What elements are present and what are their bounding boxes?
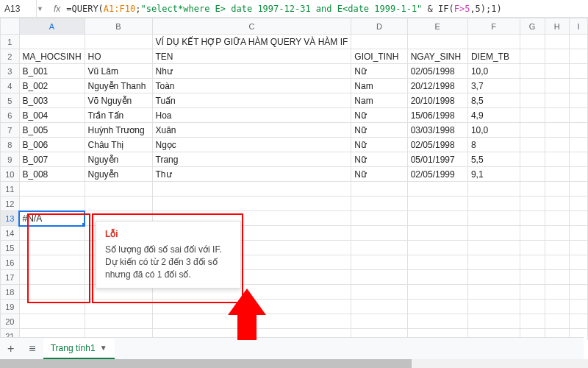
cell[interactable] — [351, 285, 407, 300]
row-header[interactable]: 18 — [1, 285, 20, 300]
cell[interactable]: Thư — [152, 167, 351, 182]
cell[interactable] — [85, 197, 152, 211]
select-all-corner[interactable] — [1, 18, 20, 35]
cell[interactable] — [545, 79, 570, 93]
all-sheets-button[interactable]: ≡ — [21, 342, 43, 355]
col-header-H[interactable]: H — [545, 18, 570, 35]
cell[interactable] — [570, 285, 588, 300]
cell[interactable] — [407, 241, 467, 255]
cell[interactable] — [570, 35, 588, 49]
name-box-dropdown-icon[interactable]: ▼ — [37, 5, 48, 13]
cell[interactable]: Nguyễn Thanh — [85, 79, 152, 93]
cell[interactable] — [570, 182, 588, 197]
cell[interactable] — [520, 300, 545, 314]
cell[interactable]: B_003 — [19, 93, 85, 108]
cell[interactable]: HO — [85, 49, 152, 64]
cell[interactable]: Vũ Lâm — [85, 64, 152, 79]
cell[interactable] — [407, 285, 467, 300]
row-header[interactable]: 3 — [1, 64, 20, 79]
cell[interactable] — [545, 35, 570, 49]
row-header[interactable]: 11 — [1, 182, 20, 197]
cell[interactable]: Trang — [152, 152, 351, 167]
cell[interactable] — [467, 270, 520, 285]
cell[interactable] — [351, 182, 407, 197]
cell[interactable] — [351, 300, 407, 314]
cell[interactable] — [570, 123, 588, 138]
cell[interactable] — [520, 123, 545, 138]
cell[interactable]: TEN — [152, 49, 351, 64]
cell[interactable] — [467, 197, 520, 211]
cell[interactable] — [467, 226, 520, 241]
cell[interactable] — [520, 93, 545, 108]
cell[interactable] — [407, 314, 467, 329]
cell[interactable] — [351, 35, 407, 49]
cell[interactable] — [520, 49, 545, 64]
cell[interactable] — [467, 300, 520, 314]
cell[interactable] — [520, 138, 545, 152]
cell[interactable] — [19, 197, 85, 211]
cell[interactable]: Nam — [351, 79, 407, 93]
cell[interactable]: 5,5 — [467, 152, 520, 167]
cell[interactable] — [407, 182, 467, 197]
cell[interactable] — [19, 285, 85, 300]
cell[interactable] — [520, 152, 545, 167]
cell[interactable] — [520, 64, 545, 79]
cell[interactable] — [520, 285, 545, 300]
cell[interactable] — [520, 211, 545, 226]
cell[interactable] — [19, 35, 85, 49]
cell[interactable] — [85, 300, 152, 314]
cell[interactable]: Nữ — [351, 138, 407, 152]
row-header[interactable]: 19 — [1, 300, 20, 314]
cell[interactable]: Nguyễn — [85, 167, 152, 182]
cell[interactable]: DIEM_TB — [467, 49, 520, 64]
cell[interactable] — [570, 138, 588, 152]
cell[interactable]: 02/05/1999 — [407, 167, 467, 182]
row-header[interactable]: 1 — [1, 35, 20, 49]
cell[interactable] — [520, 182, 545, 197]
cell[interactable]: B_005 — [19, 123, 85, 138]
row-header[interactable]: 2 — [1, 49, 20, 64]
cell[interactable]: Ngọc — [152, 138, 351, 152]
cell[interactable] — [520, 108, 545, 123]
cell[interactable] — [85, 35, 152, 49]
cell[interactable]: 02/05/1998 — [407, 64, 467, 79]
cell[interactable] — [570, 79, 588, 93]
cell[interactable] — [570, 255, 588, 270]
cell[interactable] — [570, 270, 588, 285]
cell[interactable] — [351, 270, 407, 285]
cell[interactable] — [570, 211, 588, 226]
cell[interactable] — [545, 49, 570, 64]
cell[interactable]: Tuấn — [152, 93, 351, 108]
cell[interactable]: 9,1 — [467, 167, 520, 182]
cell[interactable]: 20/12/1998 — [407, 79, 467, 93]
cell[interactable] — [545, 211, 570, 226]
cell[interactable] — [545, 167, 570, 182]
cell[interactable] — [467, 314, 520, 329]
cell[interactable]: Hoa — [152, 108, 351, 123]
cell[interactable] — [407, 35, 467, 49]
cell[interactable]: GIOI_TINH — [351, 49, 407, 64]
cell[interactable]: 05/01/1997 — [407, 152, 467, 167]
row-header[interactable]: 16 — [1, 255, 20, 270]
row-header[interactable]: 20 — [1, 314, 20, 329]
sheet-tab-active[interactable]: Trang tính1 ▼ — [43, 339, 115, 359]
add-sheet-button[interactable]: + — [0, 342, 21, 355]
cell[interactable] — [467, 35, 520, 49]
cell[interactable]: 8,5 — [467, 93, 520, 108]
cell[interactable] — [19, 182, 85, 197]
cell[interactable] — [520, 35, 545, 49]
row-header[interactable]: 9 — [1, 152, 20, 167]
cell[interactable] — [545, 226, 570, 241]
cell[interactable] — [520, 270, 545, 285]
cell[interactable] — [570, 49, 588, 64]
cell[interactable] — [570, 226, 588, 241]
cell[interactable]: Nam — [351, 93, 407, 108]
cell[interactable] — [19, 226, 85, 241]
cell[interactable] — [570, 64, 588, 79]
col-header-D[interactable]: D — [351, 18, 407, 35]
cell[interactable]: 8 — [467, 138, 520, 152]
cell[interactable] — [467, 255, 520, 270]
cell[interactable] — [545, 152, 570, 167]
cell[interactable] — [545, 300, 570, 314]
row-header[interactable]: 6 — [1, 108, 20, 123]
